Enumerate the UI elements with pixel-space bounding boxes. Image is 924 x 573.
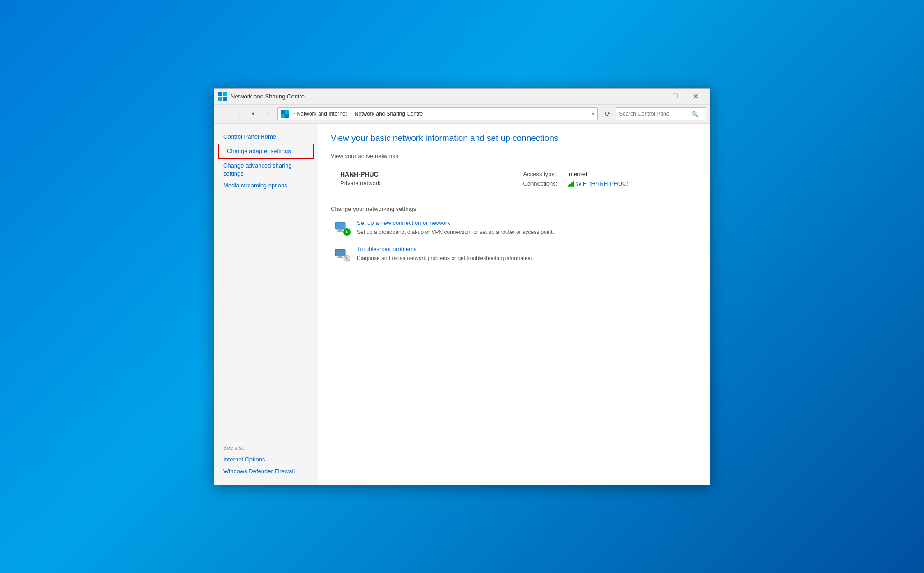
option1-link[interactable]: Set up a new connection or network — [357, 219, 554, 226]
up-button[interactable]: ↑ — [261, 107, 274, 120]
search-icon: 🔍 — [691, 111, 698, 117]
option-new-connection: + Set up a new connection or network Set… — [331, 219, 697, 237]
connections-row: Connections: WiFi (HANH-PHUC) — [523, 180, 688, 187]
minimize-button[interactable]: — — [644, 89, 665, 103]
access-type-value: Internet — [568, 171, 587, 177]
option2-desc: Diagnose and repair network problems or … — [357, 255, 534, 261]
wifi-signal-icon — [568, 181, 574, 187]
main-window: Network and Sharing Centre — ☐ ✕ ← → ▾ ↑… — [214, 88, 710, 485]
content-area: Control Panel Home Change adapter settin… — [214, 124, 710, 485]
address-dropdown-icon[interactable]: ▾ — [592, 111, 595, 117]
address-icon — [281, 110, 289, 118]
address-part2: Network and Sharing Centre — [355, 111, 423, 117]
sidebar-item-sharing[interactable]: Change advanced sharing settings — [214, 160, 318, 180]
svg-rect-7 — [337, 257, 343, 258]
network-info: HANH-PHUC Private network — [331, 164, 514, 196]
svg-rect-5 — [335, 249, 345, 256]
troubleshoot-icon: 🔧 — [334, 247, 351, 263]
refresh-button[interactable]: ⟳ — [601, 107, 614, 120]
new-connection-icon: + — [334, 220, 351, 237]
dropdown-button[interactable]: ▾ — [247, 107, 259, 120]
page-title: View your basic network information and … — [331, 133, 697, 144]
new-connection-svg: + — [334, 220, 351, 237]
search-input[interactable] — [619, 111, 691, 117]
app-icon — [218, 92, 227, 101]
svg-text:🔧: 🔧 — [344, 255, 350, 261]
svg-text:+: + — [345, 229, 348, 235]
see-also-label: See also — [214, 434, 318, 454]
option1-desc: Set up a broadband, dial-up or VPN conne… — [357, 229, 554, 235]
option-troubleshoot: 🔧 Troubleshoot problems Diagnose and rep… — [331, 246, 697, 263]
forward-button[interactable]: → — [232, 107, 245, 120]
connections-label: Connections: — [523, 180, 564, 187]
title-bar: Network and Sharing Centre — ☐ ✕ — [214, 89, 710, 105]
sidebar-item-firewall[interactable]: Windows Defender Firewall — [214, 466, 318, 477]
sidebar-item-internet[interactable]: Internet Options — [214, 454, 318, 466]
nav-bar: ← → ▾ ↑ « Network and Internet › Network… — [214, 105, 710, 124]
network-card: HANH-PHUC Private network Access type: I… — [331, 164, 697, 196]
wifi-connection-label: WiFi (HANH-PHUC) — [576, 180, 628, 187]
access-type-row: Access type: Internet — [523, 171, 688, 177]
change-networking-label: Change your networking settings — [331, 205, 697, 212]
address-bar[interactable]: « Network and Internet › Network and Sha… — [277, 107, 598, 120]
svg-rect-6 — [338, 256, 342, 257]
troubleshoot-svg: 🔧 — [334, 247, 351, 263]
address-chevron: « — [292, 112, 295, 116]
main-content: View your basic network information and … — [318, 124, 710, 485]
window-controls: — ☐ ✕ — [644, 89, 706, 103]
close-button[interactable]: ✕ — [685, 89, 706, 103]
svg-rect-1 — [338, 229, 342, 231]
sidebar: Control Panel Home Change adapter settin… — [214, 124, 318, 485]
wifi-connection-link[interactable]: WiFi (HANH-PHUC) — [568, 180, 628, 187]
sidebar-item-media[interactable]: Media streaming options — [214, 180, 318, 191]
option2-text: Troubleshoot problems Diagnose and repai… — [357, 246, 534, 262]
address-sep: › — [349, 112, 353, 116]
option1-text: Set up a new connection or network Set u… — [357, 219, 554, 236]
address-part1: Network and Internet — [297, 111, 347, 117]
access-type-label: Access type: — [523, 171, 564, 177]
sidebar-item-home[interactable]: Control Panel Home — [214, 131, 318, 143]
sidebar-item-adapter[interactable]: Change adapter settings — [218, 144, 314, 159]
search-bar[interactable]: 🔍 — [616, 107, 706, 120]
active-networks-label: View your active networks — [331, 153, 697, 159]
svg-rect-2 — [337, 231, 343, 232]
maximize-button[interactable]: ☐ — [665, 89, 685, 103]
svg-rect-0 — [335, 222, 345, 229]
option2-link[interactable]: Troubleshoot problems — [357, 246, 534, 252]
network-name: HANH-PHUC — [340, 171, 505, 178]
back-button[interactable]: ← — [218, 107, 231, 120]
network-access: Access type: Internet Connections: — [514, 164, 697, 196]
network-type: Private network — [340, 180, 505, 186]
window-title: Network and Sharing Centre — [231, 93, 644, 100]
